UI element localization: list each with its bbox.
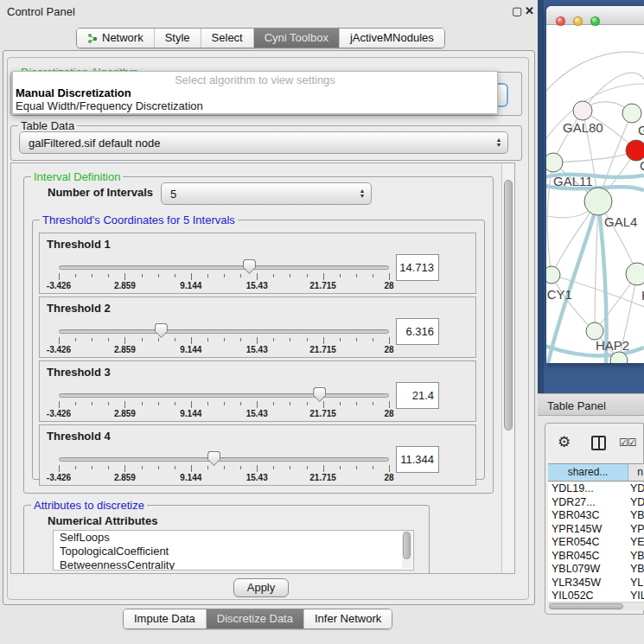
table-row[interactable]: YER054CYER0 bbox=[548, 536, 644, 550]
cell-shared-name[interactable]: YPR145W bbox=[548, 523, 628, 537]
slider-track[interactable] bbox=[59, 265, 389, 270]
cell-name[interactable]: YDL1 bbox=[628, 482, 644, 496]
tick-mark bbox=[307, 466, 308, 469]
tick-mark bbox=[290, 274, 290, 277]
table-row[interactable]: YDR27...YDR2 bbox=[548, 496, 644, 510]
close-icon[interactable]: ✕ bbox=[525, 4, 534, 17]
slider-track[interactable] bbox=[59, 457, 389, 462]
mac-close-icon[interactable] bbox=[556, 16, 565, 26]
tick-mark bbox=[59, 273, 60, 280]
cell-shared-name[interactable]: YDL19... bbox=[548, 482, 628, 496]
checkbox-icons[interactable]: ☑☑ bbox=[619, 437, 636, 449]
threshold-value-field[interactable]: 21.4 bbox=[396, 382, 439, 409]
mac-zoom-icon[interactable] bbox=[590, 16, 600, 26]
tab-discretize-data[interactable]: Discretize Data bbox=[207, 609, 304, 628]
slider-thumb[interactable] bbox=[313, 387, 326, 402]
tab-label: Network bbox=[102, 29, 143, 48]
table-row[interactable]: YBL079WYBL0 bbox=[548, 563, 644, 577]
tab-cyni-toolbox[interactable]: Cyni Toolbox bbox=[254, 29, 340, 48]
cell-shared-name[interactable]: YLR345W bbox=[548, 577, 628, 590]
tick-label: 2.859 bbox=[102, 281, 147, 290]
tab-network[interactable]: Network bbox=[77, 29, 155, 48]
tick-mark bbox=[124, 337, 125, 344]
table-data-combo[interactable]: galFiltered.sif default node ▲▼ bbox=[19, 131, 508, 154]
attributes-list-scrollbar[interactable] bbox=[402, 531, 412, 569]
table-hscrollbar[interactable] bbox=[548, 602, 644, 610]
tab-jactivemnodules[interactable]: jActiveMNodules bbox=[340, 29, 444, 48]
network-node[interactable] bbox=[546, 153, 563, 172]
slider-thumb[interactable] bbox=[207, 451, 220, 466]
table-row[interactable]: YBR045CYBR0 bbox=[548, 550, 644, 564]
network-window-titlebar[interactable] bbox=[546, 6, 644, 25]
table-rows[interactable]: YDL19...YDL1YDR27...YDR2YBR043CYBR0YPR14… bbox=[548, 482, 644, 602]
attribute-item[interactable]: BetweennessCentrality bbox=[54, 558, 413, 571]
table-header-row[interactable]: shared... n bbox=[548, 463, 644, 481]
slider-track[interactable] bbox=[59, 329, 389, 334]
column-header-shared[interactable]: shared... bbox=[548, 464, 628, 481]
attribute-item[interactable]: SelfLoops bbox=[54, 531, 413, 545]
table-row[interactable]: YPR145WYPR1 bbox=[548, 523, 644, 537]
num-intervals-combo[interactable]: 5 ▲▼ bbox=[161, 182, 372, 205]
threshold-value-field[interactable]: 11.344 bbox=[396, 446, 439, 473]
network-node[interactable] bbox=[584, 188, 612, 215]
tick-mark bbox=[124, 465, 125, 472]
table-row[interactable]: YLR345WYLR3 bbox=[548, 577, 644, 590]
tick-mark bbox=[224, 402, 225, 405]
cell-name[interactable]: YBR0 bbox=[628, 509, 644, 523]
network-node[interactable] bbox=[586, 322, 603, 340]
apply-button[interactable]: Apply bbox=[233, 578, 289, 597]
scrollbar-thumb[interactable] bbox=[504, 180, 513, 430]
viewport-scrollbar[interactable] bbox=[501, 163, 514, 573]
table-row[interactable]: YDL19...YDL1 bbox=[548, 482, 644, 496]
threshold-value-field[interactable]: 6.316 bbox=[396, 318, 439, 345]
table-panel-title: Table Panel bbox=[547, 399, 606, 412]
slider-thumb[interactable] bbox=[243, 259, 256, 274]
network-node[interactable] bbox=[622, 104, 641, 123]
cell-shared-name[interactable]: YBL079W bbox=[548, 563, 628, 577]
cell-name[interactable]: YPR1 bbox=[628, 523, 644, 537]
cell-shared-name[interactable]: YBR045C bbox=[548, 550, 628, 564]
table-row[interactable]: YBR043CYBR0 bbox=[548, 509, 644, 523]
column-header-name[interactable]: n bbox=[628, 464, 644, 481]
tick-mark bbox=[75, 402, 76, 405]
network-node[interactable] bbox=[626, 263, 644, 285]
combo-spinner-icon: ▲▼ bbox=[357, 188, 371, 199]
cell-shared-name[interactable]: YDR27... bbox=[548, 496, 628, 510]
float-icon[interactable]: ▢ bbox=[512, 4, 522, 17]
cell-shared-name[interactable]: YBR043C bbox=[548, 509, 628, 523]
tick-mark bbox=[257, 273, 258, 280]
threshold-value-field[interactable]: 14.713 bbox=[396, 254, 439, 281]
network-node[interactable] bbox=[573, 101, 592, 120]
dropdown-option[interactable]: Manual Discretization bbox=[13, 86, 497, 99]
cell-name[interactable]: YBL0 bbox=[628, 563, 644, 577]
network-canvas[interactable]: GAL80GACGAL11GAL4GCY1HHAP2 bbox=[546, 26, 644, 363]
cell-name[interactable]: YLR3 bbox=[628, 577, 644, 590]
tab-impute-data[interactable]: Impute Data bbox=[124, 609, 207, 628]
tab-select[interactable]: Select bbox=[201, 29, 254, 48]
scrollbar-thumb[interactable] bbox=[403, 532, 411, 559]
columns-icon[interactable] bbox=[591, 436, 606, 450]
slider-thumb[interactable] bbox=[155, 323, 168, 338]
cell-name[interactable]: YIL0 bbox=[628, 590, 644, 602]
gear-icon[interactable]: ⚙ bbox=[558, 433, 571, 451]
thresholds-group-title: Threshold's Coordinates for 5 Intervals bbox=[40, 214, 238, 226]
table-row[interactable]: YIL052CYIL0 bbox=[548, 590, 644, 602]
tab-label: Select bbox=[212, 29, 243, 48]
mac-minimize-icon[interactable] bbox=[573, 16, 583, 26]
slider-track[interactable] bbox=[59, 393, 389, 398]
tick-mark bbox=[389, 337, 390, 344]
cell-name[interactable]: YDR2 bbox=[628, 496, 644, 510]
cell-shared-name[interactable]: YER054C bbox=[548, 536, 628, 550]
cell-name[interactable]: YER0 bbox=[628, 536, 644, 550]
attribute-item[interactable]: TopologicalCoefficient bbox=[54, 545, 413, 558]
cell-name[interactable]: YBR0 bbox=[628, 550, 644, 564]
attributes-list[interactable]: SelfLoopsTopologicalCoefficientBetweenne… bbox=[53, 530, 414, 571]
cell-shared-name[interactable]: YIL052C bbox=[548, 590, 628, 602]
tab-infer-network[interactable]: Infer Network bbox=[304, 609, 392, 628]
network-node[interactable] bbox=[546, 266, 560, 284]
threshold-panel-4: Threshold 4-3.4262.8599.14415.4321.71528… bbox=[39, 424, 476, 486]
scrollbar-thumb[interactable] bbox=[549, 603, 623, 609]
tick-label: 21.715 bbox=[301, 409, 346, 418]
tab-style[interactable]: Style bbox=[155, 29, 201, 48]
dropdown-option[interactable]: Equal Width/Frequency Discretization bbox=[13, 99, 497, 112]
